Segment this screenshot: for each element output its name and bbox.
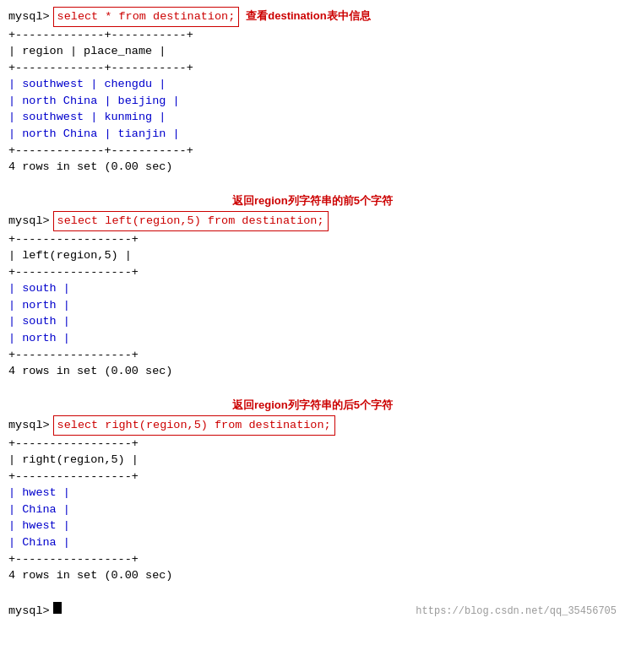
table-row: | north China | tianjin |	[8, 126, 617, 143]
section-2: mysql> select left(region,5) from destin…	[8, 211, 617, 380]
command-box-2: select left(region,5) from destination;	[53, 211, 329, 231]
comment-1: 查看destination表中信息	[246, 8, 370, 24]
table-border-mid-2: +-----------------+	[8, 264, 617, 281]
prompt-label-1: mysql>	[8, 8, 50, 25]
result-1: 4 rows in set (0.00 sec)	[8, 159, 617, 176]
table-rows-1: | southwest | chengdu | | north China | …	[8, 76, 617, 142]
result-2: 4 rows in set (0.00 sec)	[8, 363, 617, 380]
section-3: mysql> select right(region,5) from desti…	[8, 415, 617, 584]
table-header-2: | left(region,5) |	[8, 247, 617, 264]
table-border-bot-3: +-----------------+	[8, 551, 617, 568]
cursor[interactable]	[53, 602, 62, 614]
section-1: mysql> select * from destination; 查看dest…	[8, 7, 617, 176]
prompt-line-3: mysql> select right(region,5) from desti…	[8, 415, 617, 436]
table-border-mid-3: +-----------------+	[8, 469, 617, 485]
final-prompt-label: mysql>	[8, 603, 50, 620]
table-row: | China |	[8, 501, 617, 518]
table-header-1: | region | place_name |	[8, 43, 617, 60]
table-border-bot-1: +-------------+-----------+	[8, 143, 617, 160]
table-rows-3: | hwest | | China | | hwest | | China |	[8, 485, 617, 550]
command-box-3: select right(region,5) from destination;	[53, 415, 335, 436]
table-row: | hwest |	[8, 518, 617, 534]
comment-section-2: 返回region列字符串的前5个字符	[8, 193, 617, 209]
table-row: | south |	[8, 313, 617, 330]
table-border-top-3: +-----------------+	[8, 436, 617, 453]
table-border-top-1: +-------------+-----------+	[8, 27, 617, 44]
prompt-line-1: mysql> select * from destination; 查看dest…	[8, 7, 617, 27]
prompt-label-2: mysql>	[8, 213, 50, 230]
command-box-1: select * from destination;	[53, 7, 240, 27]
table-row: | south |	[8, 280, 617, 297]
comment-section-3: 返回region列字符串的后5个字符	[8, 398, 617, 414]
table-row: | China |	[8, 534, 617, 551]
terminal-window: mysql> select * from destination; 查看dest…	[8, 7, 617, 620]
table-border-mid-1: +-------------+-----------+	[8, 60, 617, 77]
table-row: | north |	[8, 330, 617, 347]
prompt-label-3: mysql>	[8, 417, 50, 434]
table-header-3: | right(region,5) |	[8, 452, 617, 469]
table-row: | north |	[8, 297, 617, 314]
table-border-bot-2: +-----------------+	[8, 347, 617, 364]
table-row: | hwest |	[8, 485, 617, 501]
watermark: https://blog.csdn.net/qq_35456705	[416, 604, 617, 619]
table-row: | southwest | kunming |	[8, 109, 617, 126]
result-3: 4 rows in set (0.00 sec)	[8, 567, 617, 584]
table-border-top-2: +-----------------+	[8, 231, 617, 248]
table-row: | southwest | chengdu |	[8, 76, 617, 93]
table-rows-2: | south | | north | | south | | north |	[8, 280, 617, 346]
final-prompt-line: mysql> https://blog.csdn.net/qq_35456705	[8, 602, 617, 620]
prompt-line-2: mysql> select left(region,5) from destin…	[8, 211, 617, 231]
table-row: | north China | beijing |	[8, 93, 617, 110]
